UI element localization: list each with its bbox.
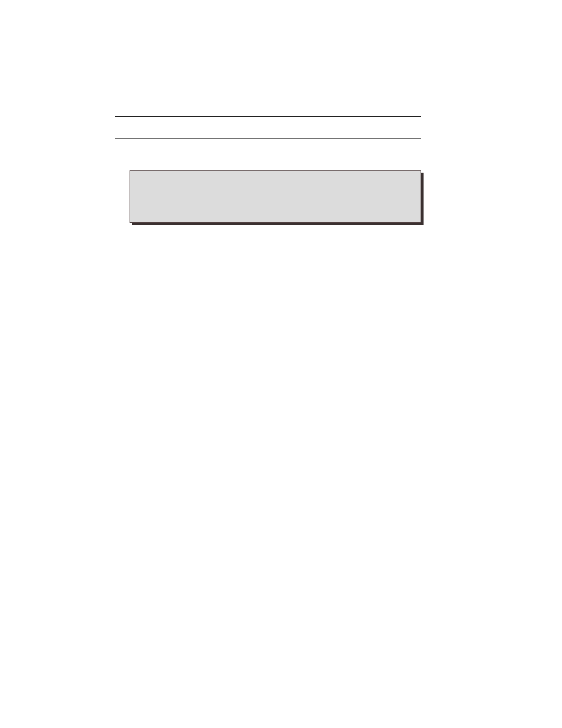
- horizontal-rule-bottom: [115, 138, 421, 139]
- callout-box: [130, 170, 421, 223]
- rule-gap: [115, 117, 421, 138]
- document-content: [115, 0, 421, 225]
- callout-box-container: [130, 170, 424, 225]
